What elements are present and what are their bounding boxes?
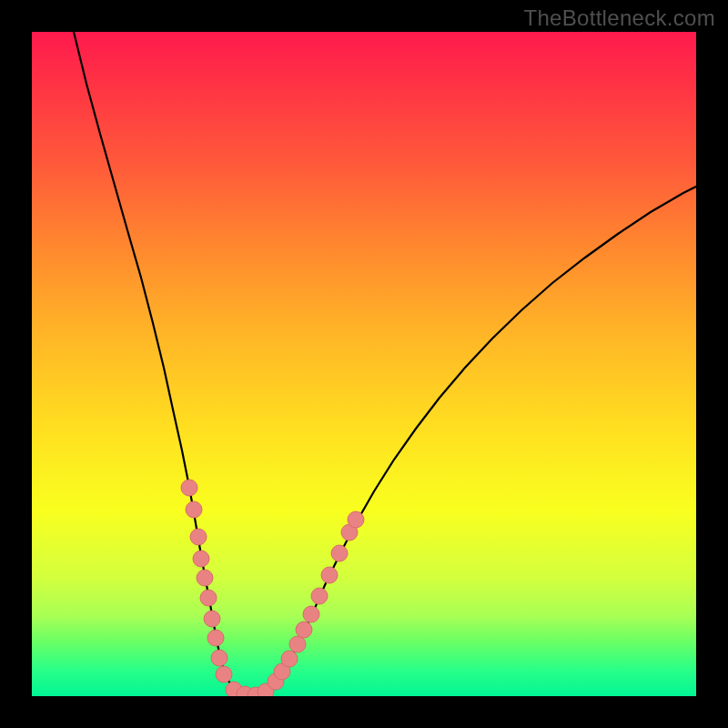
data-marker [200, 590, 217, 606]
data-marker [311, 588, 328, 604]
data-marker [331, 545, 348, 561]
data-marker [186, 501, 202, 518]
data-marker [321, 567, 338, 583]
chart-frame: TheBottleneck.com [0, 0, 728, 728]
curve-left-branch [74, 32, 252, 696]
curve-right-branch [252, 187, 696, 696]
data-marker [281, 651, 298, 667]
chart-svg [32, 32, 696, 696]
data-markers-group [181, 480, 364, 696]
data-marker [348, 511, 364, 528]
watermark-label: TheBottleneck.com [523, 5, 715, 31]
data-marker [204, 611, 220, 627]
data-marker [181, 480, 197, 496]
data-marker [193, 551, 209, 567]
chart-plot-area [32, 32, 696, 696]
data-marker [207, 630, 224, 646]
data-marker [289, 636, 306, 652]
data-marker [303, 606, 319, 622]
data-marker [211, 650, 228, 666]
data-marker [216, 666, 232, 682]
data-marker [197, 570, 213, 586]
data-marker [190, 529, 207, 545]
data-marker [296, 622, 312, 638]
